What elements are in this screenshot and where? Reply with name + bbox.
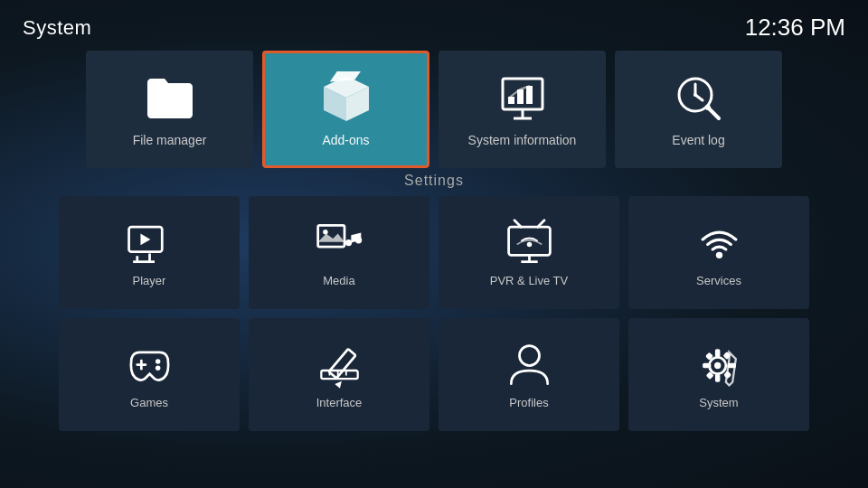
clock: 12:36 PM xyxy=(745,14,845,42)
gear-icon xyxy=(694,341,744,390)
tile-add-ons[interactable]: Add-ons xyxy=(262,51,429,168)
svg-marker-37 xyxy=(335,379,344,388)
folder-icon xyxy=(143,71,197,126)
header: System 12:36 PM xyxy=(0,0,868,51)
svg-rect-47 xyxy=(703,362,711,368)
svg-rect-9 xyxy=(526,86,533,104)
svg-point-13 xyxy=(693,93,697,97)
svg-point-22 xyxy=(323,229,328,233)
svg-point-30 xyxy=(526,241,532,247)
tile-add-ons-label: Add-ons xyxy=(322,133,369,147)
clock-search-icon xyxy=(672,71,726,126)
tile-media-label: Media xyxy=(323,274,354,287)
svg-marker-17 xyxy=(140,233,150,245)
tile-interface-label: Interface xyxy=(316,396,363,409)
tile-games-label: Games xyxy=(130,396,168,409)
play-icon xyxy=(125,219,175,268)
tile-system-information-label: System information xyxy=(468,133,577,147)
svg-rect-21 xyxy=(317,225,344,247)
pen-icon xyxy=(315,341,364,390)
tile-event-log-label: Event log xyxy=(672,133,724,147)
tile-system[interactable]: System xyxy=(628,318,809,431)
top-tiles-row: File manager Add-ons xyxy=(0,51,868,168)
svg-point-24 xyxy=(354,237,361,243)
tv-icon xyxy=(505,219,554,268)
tile-profiles-label: Profiles xyxy=(509,396,548,409)
svg-point-23 xyxy=(344,239,351,245)
chart-icon xyxy=(495,71,550,126)
svg-rect-45 xyxy=(714,349,720,357)
wifi-icon xyxy=(694,219,744,268)
box-icon xyxy=(319,71,373,126)
settings-section: Settings Player xyxy=(0,173,868,431)
tile-file-manager[interactable]: File manager xyxy=(86,51,253,168)
svg-point-42 xyxy=(519,345,539,365)
tile-player-label: Player xyxy=(133,274,166,287)
tile-interface[interactable]: Interface xyxy=(249,318,429,431)
settings-grid: Player Media xyxy=(59,196,809,431)
svg-rect-46 xyxy=(714,373,720,381)
svg-point-34 xyxy=(155,359,160,364)
gamepad-icon xyxy=(125,341,175,390)
tile-profiles[interactable]: Profiles xyxy=(439,318,619,431)
tile-media[interactable]: Media xyxy=(249,196,429,309)
tile-event-log[interactable]: Event log xyxy=(615,51,782,168)
tile-system-information[interactable]: System information xyxy=(439,51,606,168)
svg-rect-36 xyxy=(328,349,355,378)
tile-file-manager-label: File manager xyxy=(133,133,207,147)
media-icon xyxy=(315,219,364,268)
tile-services-label: Services xyxy=(696,274,741,287)
page-title: System xyxy=(23,16,91,40)
svg-point-35 xyxy=(155,365,160,371)
tile-pvr-live-tv-label: PVR & Live TV xyxy=(490,274,568,287)
svg-point-15 xyxy=(705,105,711,110)
svg-point-31 xyxy=(715,251,722,258)
person-icon xyxy=(505,341,554,390)
settings-header: Settings xyxy=(59,173,809,189)
tile-pvr-live-tv[interactable]: PVR & Live TV xyxy=(439,196,619,309)
main-container: System 12:36 PM File manager xyxy=(0,0,868,488)
tile-system-label: System xyxy=(699,396,738,409)
tile-player[interactable]: Player xyxy=(59,196,240,309)
tile-services[interactable]: Services xyxy=(628,196,809,309)
tile-games[interactable]: Games xyxy=(59,318,240,431)
svg-point-44 xyxy=(714,361,721,368)
